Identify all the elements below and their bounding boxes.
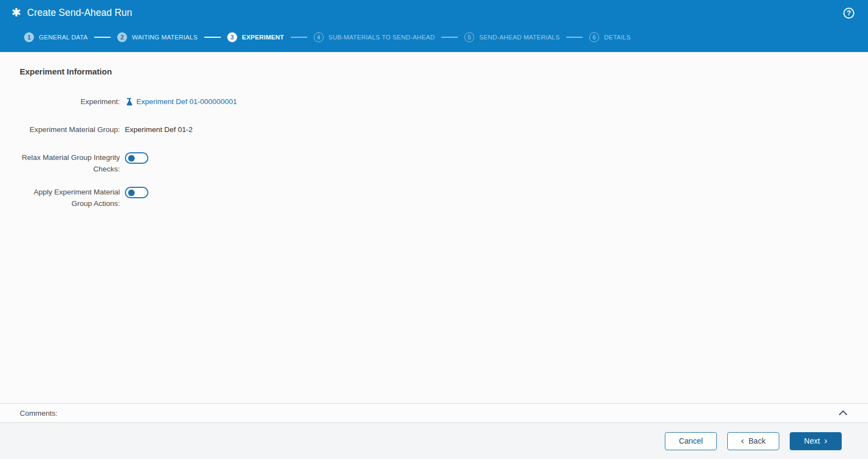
step-label: EXPERIMENT [242,34,284,41]
step-label: GENERAL DATA [39,34,88,41]
chevron-left-icon: ‹ [741,437,744,445]
experiment-row: Experiment: Experiment Def 01-000000001 [20,96,868,107]
page-title: Create Send-Ahead Run [27,7,133,19]
relax-integrity-checks-label: Relax Material Group Integrity Checks: [20,152,125,175]
experiment-link-text[interactable]: Experiment Def 01-000000001 [136,96,237,107]
apply-group-actions-label: Apply Experiment Material Group Actions: [20,186,125,209]
step-connector [566,37,583,38]
step-number: 4 [314,32,324,42]
step-send-ahead-materials[interactable]: 5 SEND-AHEAD MATERIALS [464,32,560,42]
experiment-material-group-label: Experiment Material Group: [20,124,125,135]
next-button-label: Next [804,437,820,445]
cancel-button-label: Cancel [679,437,703,445]
step-waiting-materials[interactable]: 2 WAITING MATERIALS [117,32,198,42]
apply-group-actions-toggle[interactable] [125,187,148,198]
wizard-step-content: Experiment Information Experiment: Exper… [0,52,868,209]
step-connector [441,37,458,38]
step-connector [94,37,111,38]
step-label: SEND-AHEAD MATERIALS [479,34,560,41]
toggle-knob [128,190,135,196]
step-number: 2 [117,32,127,42]
step-label: SUB-MATERIALS TO SEND-AHEAD [329,34,435,41]
chevron-up-icon [838,408,848,418]
apply-group-actions-row: Apply Experiment Material Group Actions: [20,186,868,209]
relax-integrity-checks-row: Relax Material Group Integrity Checks: [20,152,868,175]
flask-icon [125,97,133,106]
collapse-comments-button[interactable] [838,408,848,418]
experiment-material-group-row: Experiment Material Group: Experiment De… [20,124,868,135]
step-connector [204,37,221,38]
comments-bar: Comments: [0,403,868,423]
step-general-data[interactable]: 1 GENERAL DATA [24,32,88,42]
wizard-stepper: 1 GENERAL DATA 2 WAITING MATERIALS 3 EXP… [0,25,868,49]
step-sub-materials-to-send-ahead[interactable]: 4 SUB-MATERIALS TO SEND-AHEAD [314,32,435,42]
wizard-footer: Cancel ‹ Back Next › [0,423,868,459]
title-bar: ✱ Create Send-Ahead Run ? [0,0,868,25]
section-heading: Experiment Information [20,67,868,76]
step-label: WAITING MATERIALS [132,34,198,41]
step-number: 3 [227,32,237,42]
experiment-link[interactable]: Experiment Def 01-000000001 [125,96,237,107]
experiment-material-group-value: Experiment Def 01-2 [125,124,193,135]
toggle-knob [128,155,135,162]
next-button[interactable]: Next › [790,432,842,450]
experiment-label: Experiment: [20,96,125,107]
back-button-label: Back [749,437,766,445]
step-number: 5 [464,32,474,42]
step-details[interactable]: 6 DETAILS [589,32,630,42]
asterisk-icon: ✱ [12,7,21,19]
help-icon[interactable]: ? [843,8,854,19]
step-experiment[interactable]: 3 EXPERIMENT [227,32,284,42]
wizard-header: ✱ Create Send-Ahead Run ? 1 GENERAL DATA… [0,0,868,52]
back-button[interactable]: ‹ Back [727,432,779,450]
step-number: 1 [24,32,34,42]
cancel-button[interactable]: Cancel [665,432,717,450]
chevron-right-icon: › [824,437,827,445]
step-label: DETAILS [604,34,630,41]
comments-label: Comments: [20,409,838,417]
relax-integrity-checks-toggle[interactable] [125,152,148,164]
step-connector [291,37,307,38]
step-number: 6 [589,32,599,42]
